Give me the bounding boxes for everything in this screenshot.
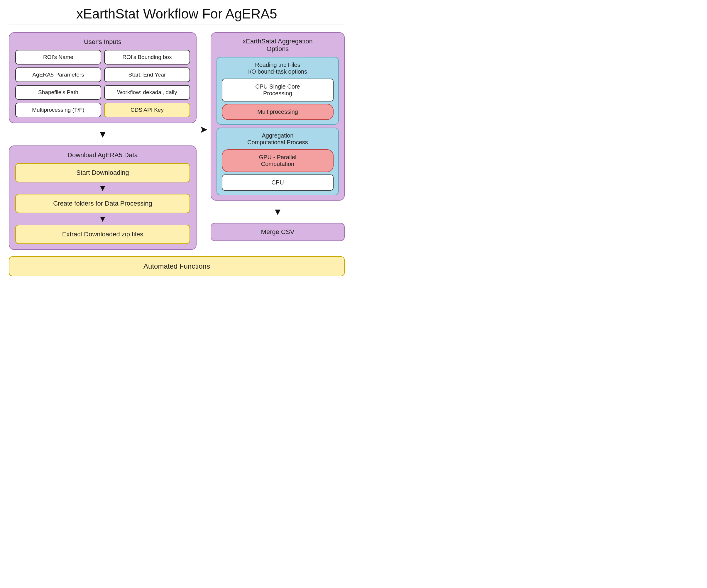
start-end-year-cell: Start, End Year bbox=[104, 67, 190, 82]
horizontal-arrow: ➤ bbox=[197, 124, 211, 135]
step-arrow-1: ▼ bbox=[15, 182, 190, 194]
automated-functions-bar: Automated Functions bbox=[9, 256, 345, 276]
computational-box: AggregationComputational Process GPU - P… bbox=[216, 128, 339, 195]
io-bound-title: Reading .nc FilesI/O bound-task options bbox=[222, 62, 334, 75]
aggregation-options-title: xEarthSatat AggregationOptions bbox=[216, 38, 339, 53]
step-arrow-2: ▼ bbox=[15, 213, 190, 224]
left-column: User's Inputs ROI's Name ROI's Bounding … bbox=[9, 32, 197, 250]
step-extract-zip: Extract Downloaded zip files bbox=[15, 224, 190, 244]
step-create-folders: Create folders for Data Processing bbox=[15, 194, 190, 213]
users-inputs-title: User's Inputs bbox=[15, 38, 190, 46]
page-title: xEarthStat Workflow For AgERA5 bbox=[76, 6, 277, 22]
arrow-down-2: ▼ bbox=[211, 207, 345, 216]
io-bound-box: Reading .nc FilesI/O bound-task options … bbox=[216, 57, 339, 125]
cpu-single-core-option: CPU Single CoreProcessing bbox=[222, 79, 334, 101]
roi-bounding-cell: ROI's Bounding box bbox=[104, 50, 190, 65]
aggregation-options-box: xEarthSatat AggregationOptions Reading .… bbox=[211, 32, 345, 201]
gpu-parallel-option: GPU - ParallelComputation bbox=[222, 149, 334, 172]
multiprocessing-cell: Multiprocessing (T/F) bbox=[15, 103, 101, 117]
roi-name-cell: ROI's Name bbox=[15, 50, 101, 65]
download-title: Download AgERA5 Data bbox=[15, 151, 190, 159]
download-steps: Start Downloading ▼ Create folders for D… bbox=[15, 163, 190, 244]
shapefile-cell: Shapefile's Path bbox=[15, 85, 101, 100]
inputs-grid: ROI's Name ROI's Bounding box AgERA5 Par… bbox=[15, 50, 190, 117]
users-inputs-box: User's Inputs ROI's Name ROI's Bounding … bbox=[9, 32, 197, 123]
step-start-downloading: Start Downloading bbox=[15, 163, 190, 182]
arrow-down-1: ▼ bbox=[9, 130, 197, 139]
computational-title: AggregationComputational Process bbox=[222, 132, 334, 146]
download-box: Download AgERA5 Data Start Downloading ▼… bbox=[9, 145, 197, 250]
right-column: xEarthSatat AggregationOptions Reading .… bbox=[211, 32, 345, 241]
agera5-params-cell: AgERA5 Parameters bbox=[15, 67, 101, 82]
cds-api-key-cell: CDS API Key bbox=[104, 103, 190, 117]
merge-csv-box: Merge CSV bbox=[211, 223, 345, 241]
title-divider bbox=[9, 25, 345, 25]
cpu-option: CPU bbox=[222, 174, 334, 191]
workflow-cell: Workflow: dekadal, daily bbox=[104, 85, 190, 100]
multiprocessing-option: Multiprocessing bbox=[222, 104, 334, 120]
